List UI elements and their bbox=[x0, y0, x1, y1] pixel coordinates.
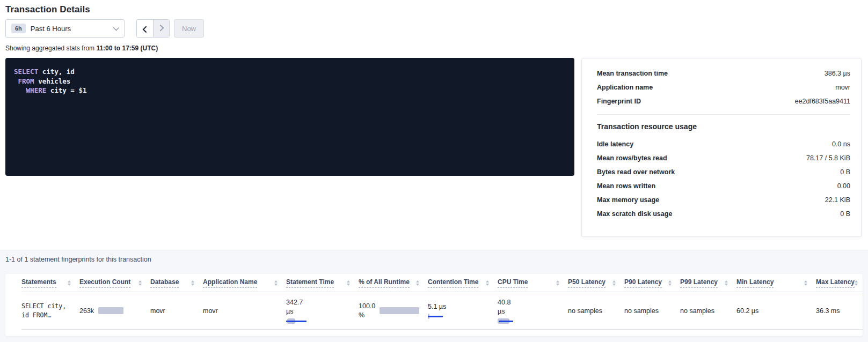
max-latency-cell: 36.3 ms bbox=[816, 307, 863, 315]
aggregation-range: 11:00 to 17:59 (UTC) bbox=[96, 44, 158, 52]
resource-value: 0.0 ns bbox=[832, 140, 850, 148]
col-header-application-name[interactable]: Application Name bbox=[203, 278, 286, 288]
execution-count-cell: 263k bbox=[79, 307, 150, 315]
min-latency-cell: 60.2 µs bbox=[736, 307, 816, 315]
resource-usage-rows: Idle latency 0.0 ns Mean rows/bytes read… bbox=[597, 137, 850, 221]
col-header-statements[interactable]: Statements bbox=[21, 278, 79, 288]
time-toolbar: 6h Past 6 Hours Now bbox=[5, 19, 863, 38]
sort-icon bbox=[68, 280, 71, 286]
cpu-time-bar bbox=[498, 318, 519, 324]
resource-label: Mean rows/bytes read bbox=[597, 154, 667, 162]
card-divider bbox=[597, 114, 850, 115]
sort-icon bbox=[612, 280, 616, 286]
time-range-badge: 6h bbox=[11, 24, 26, 33]
resource-label: Max memory usage bbox=[597, 196, 659, 204]
sql-line-1: SELECT city, id bbox=[14, 68, 75, 76]
resource-value: 22.1 KiB bbox=[825, 196, 850, 204]
summary-label: Application name bbox=[597, 84, 653, 91]
sql-statement-box: SELECT city, id FROM vehicles WHERE city… bbox=[5, 58, 574, 176]
summary-value: 386.3 µs bbox=[825, 70, 850, 77]
col-header-p90-latency[interactable]: P90 Latency bbox=[624, 278, 680, 288]
resource-value: 0 B bbox=[840, 168, 850, 176]
p99-latency-cell: no samples bbox=[680, 307, 736, 315]
sort-icon bbox=[274, 280, 278, 286]
transaction-details-section: Transaction Details 6h Past 6 Hours Now … bbox=[0, 0, 868, 250]
application-name-cell: movr bbox=[203, 307, 286, 315]
resource-label: Bytes read over network bbox=[597, 168, 675, 176]
chevron-right-icon bbox=[157, 24, 164, 31]
resource-row-bytes-read-over-network: Bytes read over network 0 B bbox=[597, 165, 850, 179]
resource-usage-title: Transaction resource usage bbox=[597, 122, 850, 131]
resource-row-mean-rows-written: Mean rows written 0.00 bbox=[597, 179, 850, 193]
now-button[interactable]: Now bbox=[174, 19, 204, 38]
col-header-statement-time[interactable]: Statement Time bbox=[286, 278, 359, 288]
database-cell: movr bbox=[150, 307, 203, 315]
statement-time-cell: 342.7 µs bbox=[286, 298, 359, 324]
col-header-max-latency[interactable]: Max Latency bbox=[816, 278, 863, 288]
summary-value: ee2df683f5aa9411 bbox=[795, 98, 850, 105]
statement-link[interactable]: SELECT city, id FROM… bbox=[21, 302, 71, 320]
col-header-min-latency[interactable]: Min Latency bbox=[736, 278, 816, 288]
cpu-time-cell: 40.8 µs bbox=[498, 298, 568, 324]
col-header-p50-latency[interactable]: P50 Latency bbox=[568, 278, 624, 288]
statements-section: 1-1 of 1 statement fingerprints for this… bbox=[0, 250, 868, 342]
col-header-contention-time[interactable]: Contention Time bbox=[428, 278, 498, 288]
sort-icon bbox=[191, 280, 194, 286]
resource-label: Max scratch disk usage bbox=[597, 210, 672, 218]
details-content: SELECT city, id FROM vehicles WHERE city… bbox=[5, 58, 863, 237]
page-title: Transaction Details bbox=[5, 4, 863, 15]
chevron-down-icon bbox=[113, 25, 119, 31]
next-time-button[interactable] bbox=[153, 20, 169, 37]
col-header-cpu-time[interactable]: CPU Time bbox=[498, 278, 568, 288]
resource-row-max-memory-usage: Max memory usage 22.1 KiB bbox=[597, 193, 850, 207]
statements-table-header: Statements Execution Count Database Appl… bbox=[21, 274, 863, 292]
sort-icon bbox=[668, 280, 672, 286]
col-header-database[interactable]: Database bbox=[150, 278, 203, 288]
col-header-execution-count[interactable]: Execution Count bbox=[79, 278, 150, 288]
summary-row-application-name: Application name movr bbox=[597, 80, 850, 94]
resource-label: Idle latency bbox=[597, 140, 633, 148]
summary-row-mean-transaction-time: Mean transaction time 386.3 µs bbox=[597, 66, 850, 80]
resource-label: Mean rows written bbox=[597, 182, 655, 190]
resource-row-max-scratch-disk-usage: Max scratch disk usage 0 B bbox=[597, 207, 850, 221]
summary-value: movr bbox=[835, 84, 850, 91]
col-header-p99-latency[interactable]: P99 Latency bbox=[680, 278, 736, 288]
previous-time-button[interactable] bbox=[137, 20, 153, 37]
p50-latency-cell: no samples bbox=[568, 307, 624, 315]
summary-label: Fingerprint ID bbox=[597, 98, 641, 105]
resource-value: 78.17 / 5.8 KiB bbox=[806, 154, 850, 162]
chevron-left-icon bbox=[142, 26, 149, 33]
p90-latency-cell: no samples bbox=[624, 307, 680, 315]
summary-label: Mean transaction time bbox=[597, 70, 668, 77]
runtime-pct-bar bbox=[380, 307, 419, 314]
runtime-pct-cell: 100.0 % bbox=[359, 302, 428, 320]
statement-row: SELECT city, id FROM… 263k movr movr 342… bbox=[21, 292, 863, 330]
resource-value: 0.00 bbox=[837, 182, 850, 190]
sort-icon bbox=[725, 280, 728, 286]
sort-icon bbox=[347, 280, 350, 286]
execution-count-bar bbox=[98, 307, 123, 314]
resource-row-idle-latency: Idle latency 0.0 ns bbox=[597, 137, 850, 151]
contention-time-bar bbox=[428, 314, 449, 319]
sql-line-3: WHERE city = $1 bbox=[14, 86, 86, 94]
sort-icon bbox=[138, 280, 142, 286]
sort-icon bbox=[855, 280, 858, 286]
transaction-summary-card: Mean transaction time 386.3 µs Applicati… bbox=[581, 58, 862, 237]
summary-row-fingerprint-id: Fingerprint ID ee2df683f5aa9411 bbox=[597, 94, 850, 108]
aggregation-prefix: Showing aggregated stats from bbox=[5, 44, 96, 52]
time-range-dropdown[interactable]: 6h Past 6 Hours bbox=[5, 19, 125, 38]
resource-row-mean-rows-bytes-read: Mean rows/bytes read 78.17 / 5.8 KiB bbox=[597, 151, 850, 165]
sort-icon bbox=[486, 280, 489, 286]
statement-time-bar bbox=[286, 318, 313, 324]
resource-value: 0 B bbox=[840, 210, 850, 218]
col-header-pct-of-all-runtime[interactable]: % of All Runtime bbox=[359, 278, 428, 288]
time-range-label: Past 6 Hours bbox=[31, 25, 71, 33]
sort-icon bbox=[416, 280, 419, 286]
sql-line-2: FROM vehicles bbox=[14, 77, 70, 85]
sort-icon bbox=[556, 280, 559, 286]
statements-count-text: 1-1 of 1 statement fingerprints for this… bbox=[5, 256, 863, 263]
sort-icon bbox=[804, 280, 807, 286]
time-step-button-group bbox=[136, 19, 170, 38]
aggregation-period-text: Showing aggregated stats from 11:00 to 1… bbox=[5, 44, 863, 52]
contention-time-cell: 5.1 µs bbox=[428, 302, 498, 319]
